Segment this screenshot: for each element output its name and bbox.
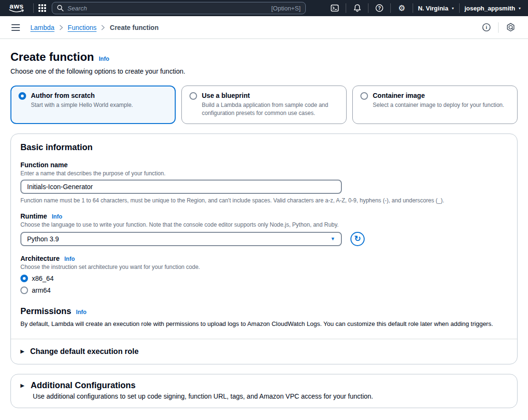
option-card-container-image[interactable]: Container image Select a container image… xyxy=(352,86,518,124)
chevron-down-icon: ▼ xyxy=(451,7,454,10)
radio-unselected-icon[interactable] xyxy=(20,286,28,294)
runtime-field: Runtime Info Choose the language to use … xyxy=(20,212,508,246)
architecture-option-x86-64[interactable]: x86_64 xyxy=(20,275,508,282)
architecture-label: Architecture xyxy=(20,255,59,262)
architecture-option-label: arm64 xyxy=(32,286,51,294)
option-card-desc: Start with a simple Hello World example. xyxy=(31,101,133,109)
function-name-desc: Enter a name that describes the purpose … xyxy=(20,170,508,177)
breadcrumb-separator-icon xyxy=(101,25,105,30)
help-icon[interactable]: ? xyxy=(373,2,386,14)
hamburger-menu-icon[interactable] xyxy=(11,24,20,31)
aws-smile-icon xyxy=(9,9,25,13)
function-name-help: Function name must be 1 to 64 characters… xyxy=(20,197,508,204)
global-search[interactable]: [Option+S] xyxy=(52,2,306,14)
refresh-icon: ↻ xyxy=(354,234,361,244)
permissions-heading: Permissions xyxy=(20,306,71,316)
breadcrumb-bar: Lambda Functions Create function i xyxy=(0,16,528,39)
info-panel-icon[interactable]: i xyxy=(480,21,492,34)
breadcrumb-functions[interactable]: Functions xyxy=(68,24,97,31)
architecture-info-link[interactable]: Info xyxy=(64,256,75,262)
title-info-link[interactable]: Info xyxy=(99,56,109,62)
svg-text:i: i xyxy=(486,25,487,30)
aws-logo[interactable]: aws xyxy=(9,3,25,13)
breadcrumb-lambda[interactable]: Lambda xyxy=(30,24,55,31)
aws-logo-text: aws xyxy=(9,3,24,9)
additional-configurations-expander[interactable]: ▶ Additional Configurations xyxy=(20,381,508,391)
runtime-select[interactable]: Python 3.9 ▼ xyxy=(20,232,342,246)
console-top-bar: aws [Option+S] xyxy=(0,0,528,16)
option-card-desc: Select a container image to deploy for y… xyxy=(373,101,504,109)
topbar-divider xyxy=(459,3,460,13)
function-name-field: Function name Enter a name that describe… xyxy=(20,161,508,204)
function-name-label: Function name xyxy=(20,161,68,169)
runtime-label: Runtime xyxy=(20,212,47,220)
chevron-down-icon: ▼ xyxy=(518,7,521,10)
account-label: joseph_appsmith xyxy=(464,5,515,12)
runtime-desc: Choose the language to use to write your… xyxy=(20,221,508,228)
expander-right-icon: ▶ xyxy=(20,382,24,389)
search-icon xyxy=(57,5,64,11)
expander-label: Change default execution role xyxy=(30,347,138,356)
additional-configurations-desc: Use additional configurations to set up … xyxy=(33,392,508,400)
permissions-info-link[interactable]: Info xyxy=(76,309,86,315)
notifications-bell-icon[interactable] xyxy=(351,2,363,14)
radio-unselected-icon[interactable] xyxy=(189,92,197,100)
region-label: N. Virginia xyxy=(418,5,448,12)
basic-information-panel: Basic information Function name Enter a … xyxy=(10,134,518,364)
svg-text:?: ? xyxy=(378,6,381,11)
amazon-q-icon[interactable] xyxy=(504,21,517,34)
breadcrumb-bar-divider xyxy=(498,22,499,33)
option-card-title: Author from scratch xyxy=(31,92,133,99)
change-default-execution-role-expander[interactable]: ▶ Change default execution role xyxy=(11,339,517,364)
function-name-input[interactable] xyxy=(20,180,342,194)
topbar-divider xyxy=(346,3,346,13)
breadcrumb-current: Create function xyxy=(110,24,159,31)
creation-option-cards: Author from scratch Start with a simple … xyxy=(10,86,518,124)
permissions-section: Permissions Info By default, Lambda will… xyxy=(20,306,508,327)
architecture-option-arm64[interactable]: arm64 xyxy=(20,286,508,294)
architecture-field: Architecture Info Choose the instruction… xyxy=(20,255,508,294)
main-content: Create function Info Choose one of the f… xyxy=(0,50,528,420)
runtime-info-link[interactable]: Info xyxy=(52,213,62,220)
additional-configurations-title: Additional Configurations xyxy=(30,381,135,391)
region-selector[interactable]: N. Virginia ▼ xyxy=(418,5,454,12)
services-grid-icon[interactable] xyxy=(38,4,46,12)
permissions-desc: By default, Lambda will create an execut… xyxy=(20,320,508,327)
topbar-divider xyxy=(413,3,413,13)
option-card-title: Container image xyxy=(373,92,504,99)
settings-gear-icon[interactable]: ⚙ xyxy=(396,2,408,14)
radio-selected-icon[interactable] xyxy=(20,275,28,282)
additional-configurations-panel: ▶ Additional Configurations Use addition… xyxy=(10,374,518,408)
architecture-option-label: x86_64 xyxy=(32,275,54,282)
account-menu[interactable]: joseph_appsmith ▼ xyxy=(464,5,521,12)
option-card-author-from-scratch[interactable]: Author from scratch Start with a simple … xyxy=(10,86,176,124)
radio-selected-icon[interactable] xyxy=(19,92,26,100)
architecture-desc: Choose the instruction set architecture … xyxy=(20,264,508,270)
radio-unselected-icon[interactable] xyxy=(360,92,368,100)
topbar-divider xyxy=(368,3,368,13)
breadcrumb-separator-icon xyxy=(59,25,63,30)
option-card-desc: Build a Lambda application from sample c… xyxy=(202,101,339,118)
option-card-use-a-blueprint[interactable]: Use a blueprint Build a Lambda applicati… xyxy=(181,86,347,124)
option-card-title: Use a blueprint xyxy=(202,92,339,99)
expander-right-icon: ▶ xyxy=(20,348,24,354)
select-caret-icon: ▼ xyxy=(330,236,335,241)
search-input[interactable] xyxy=(67,5,271,12)
page-subtitle: Choose one of the following options to c… xyxy=(10,67,518,75)
basic-information-heading: Basic information xyxy=(20,143,508,153)
page-title: Create function xyxy=(10,50,94,64)
search-shortcut-hint: [Option+S] xyxy=(271,5,301,12)
runtime-refresh-button[interactable]: ↻ xyxy=(350,232,365,246)
topbar-divider xyxy=(33,3,34,13)
topbar-divider xyxy=(390,3,391,13)
runtime-selected-value: Python 3.9 xyxy=(27,235,59,243)
cloudshell-icon[interactable] xyxy=(329,2,341,14)
